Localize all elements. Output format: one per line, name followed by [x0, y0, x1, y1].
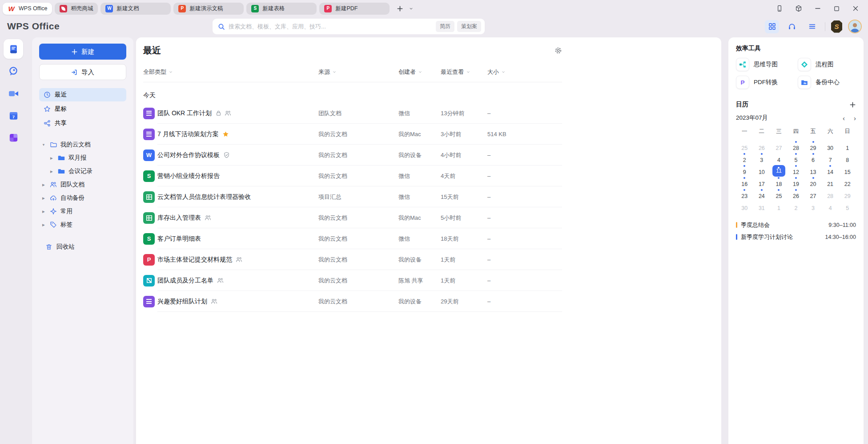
calendar-day[interactable]: 18: [770, 177, 788, 189]
sidebar-tree-item[interactable]: ▶ 会议记录: [39, 165, 126, 178]
filter-dropdown[interactable]: 来源: [318, 68, 398, 76]
calendar-day[interactable]: 8: [839, 153, 856, 165]
window-tab[interactable]: S 新建表格: [246, 3, 317, 15]
sidebar-item-trash[interactable]: 回收站: [39, 240, 126, 254]
calendar-day[interactable]: 25: [770, 189, 788, 201]
sidebar-tree-item[interactable]: ▶ 双月报: [39, 151, 126, 165]
calendar-day[interactable]: 13: [804, 165, 822, 177]
file-row[interactable]: S 客户订单明细表 我的云文档 微信 18天前 –: [143, 228, 562, 249]
calendar-day[interactable]: 5: [788, 153, 805, 165]
support-headset-icon[interactable]: [785, 20, 799, 33]
filter-dropdown[interactable]: 最近查看: [441, 68, 487, 76]
window-tab[interactable]: W 新建文档: [100, 3, 171, 15]
caret-icon[interactable]: ▶: [49, 170, 54, 174]
import-button[interactable]: 导入: [39, 64, 126, 80]
caret-icon[interactable]: ▶: [41, 183, 46, 187]
menu-icon[interactable]: [805, 20, 819, 33]
sidebar-tree-item[interactable]: ▶ 团队文档: [39, 178, 126, 191]
tool-item[interactable]: 思维导图: [736, 58, 794, 71]
calendar-day[interactable]: 12: [788, 165, 805, 177]
calendar-day[interactable]: 10: [753, 165, 771, 177]
membership-badge[interactable]: S: [831, 20, 842, 33]
calendar-day[interactable]: 22: [839, 177, 856, 189]
window-tab[interactable]: P 新建演示文稿: [173, 3, 244, 15]
sidebar-tree-item[interactable]: ▶ 常用: [39, 205, 126, 218]
calendar-day[interactable]: 20: [804, 177, 822, 189]
add-event-button[interactable]: [849, 101, 856, 108]
calendar-day[interactable]: 17: [753, 177, 771, 189]
calendar-day[interactable]: 3: [804, 201, 822, 213]
calendar-day[interactable]: 4: [822, 201, 839, 213]
calendar-day[interactable]: 29: [804, 141, 822, 153]
sidebar-item[interactable]: 共享: [39, 117, 126, 130]
calendar-day[interactable]: 30: [736, 201, 753, 213]
tab-list-dropdown[interactable]: [409, 6, 414, 11]
close-button[interactable]: [852, 5, 859, 12]
window-tab[interactable]: 稻壳商城: [55, 3, 98, 15]
calendar-day[interactable]: 26: [788, 189, 805, 201]
new-button[interactable]: 新建: [39, 44, 126, 60]
next-month-button[interactable]: ›: [854, 114, 856, 122]
calendar-day[interactable]: 1: [839, 141, 856, 153]
avatar[interactable]: [848, 20, 862, 33]
rail-chat-icon[interactable]: [8, 66, 19, 77]
calendar-day[interactable]: 29: [839, 189, 856, 201]
tool-item[interactable]: PDF转换: [736, 76, 794, 89]
file-row[interactable]: 团队 OKR 工作计划 团队文档 微信 13分钟前 –: [143, 103, 562, 124]
caret-icon[interactable]: ▶: [49, 156, 54, 160]
file-row[interactable]: P 市场主体登记提交材料规范 我的云文档 我的设备 1天前 –: [143, 249, 562, 270]
calendar-day[interactable]: 31: [753, 201, 771, 213]
caret-icon[interactable]: ▼: [41, 143, 46, 147]
file-row[interactable]: 团队成员及分工名单 我的云文档 陈旭 共享 1天前 –: [143, 270, 562, 291]
tool-item[interactable]: 备份中心: [798, 76, 856, 89]
caret-icon[interactable]: ▶: [41, 210, 46, 214]
search-tag[interactable]: 简历: [436, 21, 454, 32]
calendar-day[interactable]: 28: [822, 189, 839, 201]
list-settings-gear-icon[interactable]: [555, 47, 562, 54]
calendar-event[interactable]: 新季度学习计划讨论 14:30–16:00: [736, 231, 856, 243]
file-row[interactable]: 库存出入管理表 我的云文档 我的Mac 5小时前 –: [143, 207, 562, 228]
calendar-day[interactable]: 2: [736, 153, 753, 165]
calendar-day[interactable]: 24: [753, 189, 771, 201]
calendar-day[interactable]: 27: [770, 141, 788, 153]
apps-grid-icon[interactable]: [765, 20, 779, 33]
calendar-day[interactable]: 27: [804, 189, 822, 201]
calendar-day[interactable]: 30: [822, 141, 839, 153]
file-row[interactable]: S 营销小组业绩分析报告 我的云文档 微信 4天前 –: [143, 165, 562, 186]
search-bar[interactable]: 简历策划案: [213, 19, 485, 34]
minimize-button[interactable]: [814, 5, 821, 12]
search-input[interactable]: [229, 23, 433, 30]
calendar-day[interactable]: 16: [736, 177, 753, 189]
rail-documents-icon[interactable]: [4, 39, 23, 59]
calendar-day[interactable]: 25: [736, 141, 753, 153]
file-row[interactable]: 兴趣爱好组队计划 我的云文档 我的设备 29天前 –: [143, 291, 562, 312]
calendar-day[interactable]: 23: [736, 189, 753, 201]
filter-dropdown[interactable]: 创建者: [398, 68, 441, 76]
calendar-day[interactable]: 11: [770, 165, 788, 177]
sidebar-tree-item[interactable]: ▶ 标签: [39, 218, 126, 231]
window-tab[interactable]: P 新建PDF: [319, 3, 390, 15]
mobile-sync-icon[interactable]: [776, 5, 783, 12]
file-row[interactable]: 7 月线下活动策划方案 我的云文档 我的Mac 3小时前 514 KB: [143, 124, 562, 145]
caret-icon[interactable]: ▶: [41, 196, 46, 200]
calendar-day[interactable]: 5: [839, 201, 856, 213]
calendar-day[interactable]: 26: [753, 141, 771, 153]
workspace-box-icon[interactable]: [795, 5, 802, 12]
sidebar-tree-item[interactable]: ▶ 自动备份: [39, 191, 126, 205]
calendar-day[interactable]: 14: [822, 165, 839, 177]
calendar-day[interactable]: 19: [788, 177, 805, 189]
window-tab[interactable]: W WPS Office: [3, 3, 52, 15]
filter-dropdown[interactable]: 大小: [487, 68, 562, 76]
caret-icon[interactable]: ▶: [41, 223, 46, 227]
sidebar-item[interactable]: 星标: [39, 102, 126, 116]
calendar-day[interactable]: 4: [770, 153, 788, 165]
file-row[interactable]: W 公司对外合作协议模板 我的云文档 我的设备 4小时前 –: [143, 145, 562, 165]
rail-calendar-icon[interactable]: [8, 111, 19, 121]
calendar-day[interactable]: 15: [839, 165, 856, 177]
calendar-day[interactable]: 28: [788, 141, 805, 153]
calendar-day[interactable]: 6: [804, 153, 822, 165]
rail-apps-icon[interactable]: [8, 133, 19, 143]
calendar-day[interactable]: 7: [822, 153, 839, 165]
sidebar-tree-item[interactable]: ▼ 我的云文档: [39, 138, 126, 151]
rail-meeting-icon[interactable]: [8, 88, 19, 99]
